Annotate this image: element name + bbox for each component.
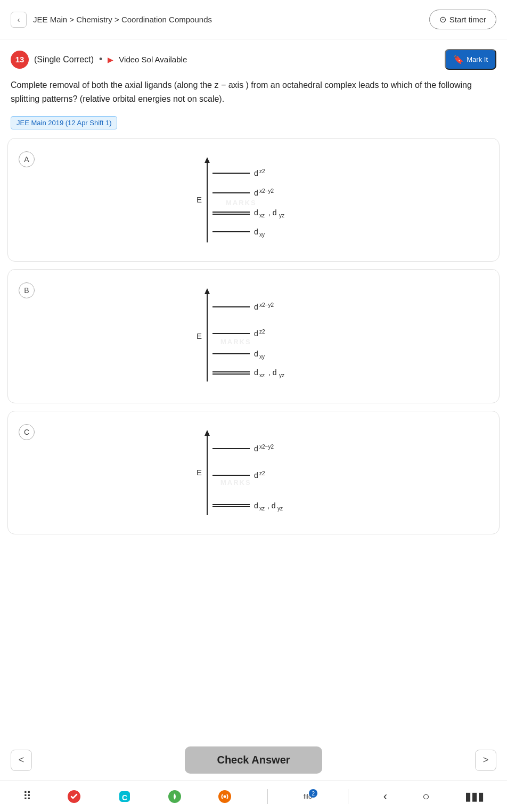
option-b-diagram: E d xz , d yz d xy d z2 d x2−y2 xyxy=(43,280,488,392)
option-c[interactable]: C E d xz , d yz d z2 d x2− xyxy=(7,411,500,534)
svg-text:x2−y2: x2−y2 xyxy=(259,188,274,194)
svg-text:E: E xyxy=(197,331,202,340)
svg-text:d: d xyxy=(254,471,258,480)
option-c-diagram: E d xz , d yz d z2 d x2−y2 MARKS xyxy=(43,422,488,523)
svg-text:d: d xyxy=(254,329,258,338)
start-timer-button[interactable]: ⊙ Start timer xyxy=(429,10,496,29)
svg-text:z2: z2 xyxy=(259,329,265,335)
svg-text:, d: , d xyxy=(268,368,277,377)
option-c-svg: E d xz , d yz d z2 d x2−y2 MARKS xyxy=(165,422,367,523)
filo-button[interactable]: filo 2 xyxy=(304,792,313,800)
svg-text:xz: xz xyxy=(259,213,265,218)
video-sol-label: Video Sol Available xyxy=(119,55,187,64)
android-icon-4[interactable] xyxy=(217,789,232,804)
svg-text:d: d xyxy=(254,189,258,197)
svg-text:d: d xyxy=(254,208,258,217)
android-icon-2[interactable]: C xyxy=(117,789,132,804)
svg-text:, d: , d xyxy=(268,208,277,217)
separator: • xyxy=(99,54,102,65)
svg-text:xz: xz xyxy=(259,506,265,511)
video-icon: ▶ xyxy=(108,55,113,64)
svg-text:x2−y2: x2−y2 xyxy=(259,302,274,308)
svg-marker-39 xyxy=(205,430,210,436)
svg-point-59 xyxy=(224,795,226,798)
option-a-diagram: E d xy d xz , d yz d x2−y2 d z2 xyxy=(43,149,488,250)
options-container: A E d xy d xz , d yz d xyxy=(0,138,507,534)
svg-text:d: d xyxy=(254,350,258,358)
option-b-svg: E d xz , d yz d xy d z2 d x2−y2 xyxy=(165,280,367,392)
breadcrumb: JEE Main > Chemistry > Coordination Comp… xyxy=(33,15,212,24)
svg-text:MARKS: MARKS xyxy=(226,199,257,207)
android-nav-bar: ⠿ C filo 2 ‹ ○ ▮▮▮ xyxy=(0,780,507,812)
timer-icon: ⊙ xyxy=(439,14,446,25)
home-nav-icon[interactable]: ○ xyxy=(422,790,429,803)
filo-badge: 2 xyxy=(309,789,317,798)
check-answer-button[interactable]: Check Answer xyxy=(185,746,322,774)
mark-label: Mark It xyxy=(467,55,488,63)
nav-divider-2 xyxy=(348,789,348,804)
bottom-bar: < Check Answer > xyxy=(0,740,507,780)
svg-text:d: d xyxy=(254,169,258,177)
svg-text:xy: xy xyxy=(259,354,265,360)
svg-marker-20 xyxy=(205,288,210,294)
option-b-letter: B xyxy=(19,282,35,298)
back-button[interactable]: ‹ xyxy=(11,12,27,28)
next-button[interactable]: > xyxy=(475,750,496,771)
android-icon-1[interactable] xyxy=(67,789,81,804)
svg-text:E: E xyxy=(197,195,202,204)
option-a-svg: E d xy d xz , d yz d x2−y2 d z2 xyxy=(165,149,367,250)
svg-text:, d: , d xyxy=(267,501,276,510)
option-a[interactable]: A E d xy d xz , d yz d xyxy=(7,138,500,262)
svg-text:d: d xyxy=(254,501,258,510)
svg-text:z2: z2 xyxy=(259,470,265,476)
svg-text:d: d xyxy=(254,444,258,453)
back-nav-icon[interactable]: ‹ xyxy=(383,790,387,803)
nav-divider xyxy=(267,789,268,804)
question-text: Complete removal of both the axial ligan… xyxy=(0,73,507,111)
svg-text:C: C xyxy=(122,793,127,802)
apps-icon[interactable]: ⠿ xyxy=(23,790,31,803)
question-header: 13 (Single Correct) • ▶ Video Sol Availa… xyxy=(0,39,507,73)
svg-text:E: E xyxy=(197,468,202,477)
header: ‹ JEE Main > Chemistry > Coordination Co… xyxy=(0,0,507,39)
timer-label: Start timer xyxy=(449,15,486,24)
option-c-letter: C xyxy=(19,424,35,440)
recents-nav-icon[interactable]: ▮▮▮ xyxy=(465,790,484,803)
svg-text:xy: xy xyxy=(259,232,265,238)
svg-text:d: d xyxy=(254,303,258,311)
question-number: 13 xyxy=(11,51,29,69)
svg-text:MARKS: MARKS xyxy=(220,478,251,486)
svg-marker-1 xyxy=(205,157,210,163)
question-tag: JEE Main 2019 (12 Apr Shift 1) xyxy=(11,116,117,129)
svg-text:d: d xyxy=(254,228,258,236)
android-icon-3[interactable] xyxy=(167,789,182,804)
question-type: (Single Correct) xyxy=(34,55,94,64)
option-a-letter: A xyxy=(19,151,35,167)
mark-it-button[interactable]: 🔖 Mark It xyxy=(445,49,496,70)
svg-text:MARKS: MARKS xyxy=(220,338,251,346)
svg-text:yz: yz xyxy=(279,213,284,218)
svg-text:xz: xz xyxy=(259,372,265,378)
svg-text:x2−y2: x2−y2 xyxy=(259,444,274,450)
svg-text:yz: yz xyxy=(277,506,283,511)
bookmark-icon: 🔖 xyxy=(453,54,464,64)
option-b[interactable]: B E d xz , d yz d xy d z2 xyxy=(7,269,500,403)
prev-button[interactable]: < xyxy=(11,750,32,771)
svg-text:z2: z2 xyxy=(259,168,265,174)
svg-text:d: d xyxy=(254,368,258,377)
svg-text:yz: yz xyxy=(279,372,284,378)
